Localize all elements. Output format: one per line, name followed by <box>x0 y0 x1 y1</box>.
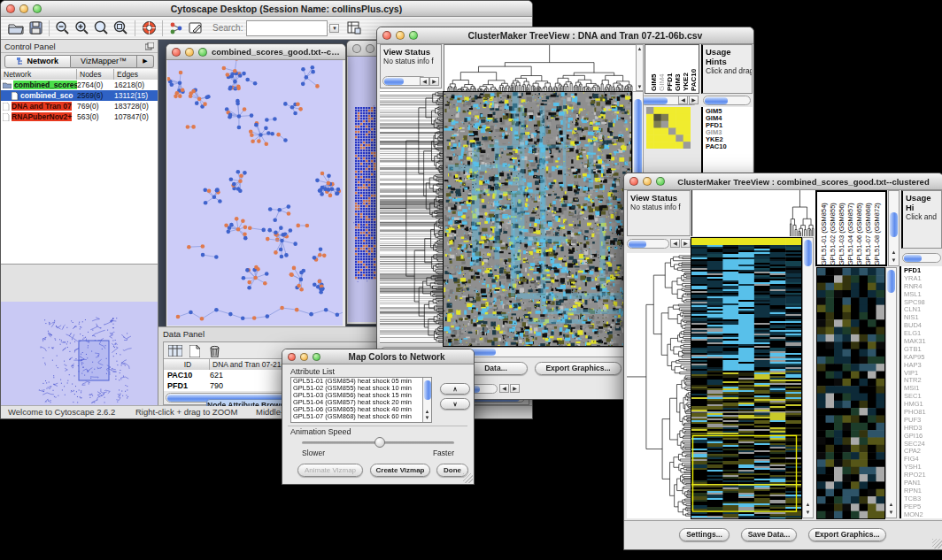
zoom-out-icon[interactable] <box>53 19 73 37</box>
scroll-right-button[interactable]: ▶ <box>681 239 691 248</box>
close-button[interactable] <box>6 4 15 13</box>
open-folder-icon[interactable] <box>6 19 26 37</box>
column-label[interactable]: GPL51-04 (GSM857) <box>846 203 854 265</box>
heatmap-vscrollbar[interactable]: ▲▼ <box>802 237 814 518</box>
main-titlebar[interactable]: Cytoscape Desktop (Session Name: collins… <box>1 1 532 17</box>
column-dendrogram[interactable] <box>444 44 637 93</box>
animation-speed-slider[interactable] <box>302 441 454 444</box>
usage-hscrollbar[interactable] <box>703 96 751 105</box>
minimize-button[interactable] <box>300 353 308 361</box>
export-graphics-button[interactable]: Export Graphics... <box>535 362 622 375</box>
column-label[interactable]: GPL51-07 (GSM868) <box>864 203 872 265</box>
network-row[interactable]: DNA and Tran 07 769(0)183728(0) <box>1 101 158 111</box>
close-button[interactable] <box>352 44 361 53</box>
maximize-button[interactable] <box>313 353 320 361</box>
maximize-button[interactable] <box>409 31 418 40</box>
selected-cluster-matrix[interactable] <box>646 107 691 149</box>
move-up-button[interactable]: ∧ <box>440 383 470 395</box>
column-labels-vscrollbar[interactable]: ▲▼ <box>888 190 900 266</box>
attribute-list-vscrollbar[interactable]: ▲▼ <box>422 378 431 422</box>
animate-vizmap-button[interactable]: Animate Vizmap <box>297 464 363 477</box>
slider-thumb[interactable] <box>374 437 385 448</box>
resize-grip[interactable] <box>463 473 473 483</box>
dialog-titlebar[interactable]: Map Colors to Network <box>282 349 474 364</box>
network-icon[interactable] <box>166 19 186 37</box>
row-dendrogram[interactable] <box>380 89 443 344</box>
scroll-left-button[interactable]: ◀ <box>499 384 509 393</box>
column-label[interactable]: GPL51-03 (GSM856) <box>838 203 845 265</box>
row-dendrogram[interactable] <box>627 253 691 518</box>
save-icon[interactable] <box>26 19 45 37</box>
tab-vizmapper[interactable]: VizMapper™ <box>71 55 136 68</box>
column-tree-scrollbar[interactable]: ▲▼ <box>636 44 644 91</box>
view-status-hscrollbar[interactable] <box>627 239 669 249</box>
move-down-button[interactable]: ∨ <box>440 398 470 410</box>
zoom-in-icon[interactable] <box>73 19 92 37</box>
close-button[interactable] <box>288 353 296 361</box>
network-row[interactable]: RNAPuberNov2+ 563(0)107847(0) <box>1 111 158 122</box>
scroll-right-button[interactable]: ▶ <box>689 96 699 104</box>
column-label[interactable]: PFD1 <box>666 73 674 91</box>
close-button[interactable] <box>382 31 391 40</box>
close-button[interactable] <box>172 48 181 57</box>
column-label[interactable]: GPL51-02 (GSM855) <box>829 203 837 265</box>
column-dendrogram[interactable] <box>691 190 816 236</box>
create-vizmap-button[interactable]: Create Vizmap <box>370 464 430 477</box>
heatmap-main[interactable] <box>691 238 801 518</box>
minimize-button[interactable] <box>366 44 374 53</box>
network-row[interactable]: combined_scores 2764(0)16218(0) <box>1 80 158 90</box>
column-label[interactable]: GIM5 <box>650 73 658 91</box>
minimize-button[interactable] <box>396 31 405 40</box>
zoom-vscrollbar[interactable]: ▲▼ <box>885 267 897 518</box>
scroll-right-button[interactable]: ▶ <box>429 77 439 86</box>
network-row-selected[interactable]: combined_sco 2569(6)13112(15) <box>1 90 158 101</box>
maximize-button[interactable] <box>33 4 42 13</box>
search-input[interactable] <box>246 20 328 36</box>
search-dropdown-arrow[interactable]: ▼ <box>329 24 339 33</box>
resize-grip[interactable] <box>932 539 942 548</box>
trash-icon[interactable] <box>206 344 222 357</box>
zoom-fit-icon[interactable] <box>112 19 131 37</box>
export-graphics-button[interactable]: Export Graphics... <box>808 528 886 541</box>
float-panel-icon[interactable] <box>145 38 154 54</box>
network1-titlebar[interactable]: combined_scores_good.txt--cluste... <box>166 44 345 60</box>
heatmap-main[interactable] <box>444 92 631 346</box>
help-icon[interactable] <box>139 19 158 37</box>
maximize-button[interactable] <box>656 177 665 186</box>
scroll-right-button[interactable]: ▶ <box>510 384 520 393</box>
column-label[interactable]: GPL51-01 (GSM854) <box>820 203 828 265</box>
settings-button[interactable]: Settings... <box>679 528 730 541</box>
heatmap-zoom-view[interactable] <box>817 268 884 518</box>
node-attribute-browser-tab[interactable]: Node Attribute Brows... <box>206 399 290 406</box>
tab-overflow-arrow[interactable]: ▶ <box>137 55 154 68</box>
attribute-option[interactable]: GPL51-07 (GSM868) heat shock 60 min <box>291 413 431 420</box>
new-doc-icon[interactable] <box>187 344 203 357</box>
minimize-button[interactable] <box>19 4 28 13</box>
minimize-button[interactable] <box>185 48 194 57</box>
row-label[interactable]: PAC10 <box>706 143 753 150</box>
scroll-left-button[interactable]: ◀ <box>670 239 680 248</box>
scroll-left-button[interactable]: ◀ <box>678 96 688 104</box>
save-data-button[interactable]: Save Data... <box>741 528 797 541</box>
usage-hscrollbar[interactable] <box>902 253 941 263</box>
column-label[interactable]: PAC10 <box>690 69 698 91</box>
column-label[interactable]: GPL51-08 (GSM872) <box>873 203 881 265</box>
column-label[interactable]: YKE2 <box>682 73 690 91</box>
maximize-button[interactable] <box>198 48 207 57</box>
treeview2-titlebar[interactable]: ClusterMaker TreeView : combined_scores_… <box>624 173 942 190</box>
zoom-selected-icon[interactable] <box>92 19 112 37</box>
scroll-left-button[interactable]: ◀ <box>420 77 429 86</box>
network-canvas-1[interactable] <box>167 60 343 326</box>
tab-network[interactable]: Network <box>4 55 71 68</box>
attribute-table-icon[interactable] <box>344 19 364 37</box>
annotation-icon[interactable] <box>186 19 205 37</box>
minimize-button[interactable] <box>643 177 652 186</box>
gene-label[interactable]: MON2 <box>904 511 942 518</box>
treeview1-titlebar[interactable]: ClusterMaker TreeView : DNA and Tran 07-… <box>377 27 753 44</box>
close-button[interactable] <box>629 177 638 186</box>
column-label[interactable]: GIM4 <box>658 73 666 91</box>
birds-eye-view[interactable] <box>1 302 158 405</box>
table-icon[interactable] <box>167 344 183 357</box>
column-label[interactable]: GPL51-06 (GSM865) <box>855 203 863 265</box>
column-label[interactable]: GIM3 <box>674 73 682 91</box>
